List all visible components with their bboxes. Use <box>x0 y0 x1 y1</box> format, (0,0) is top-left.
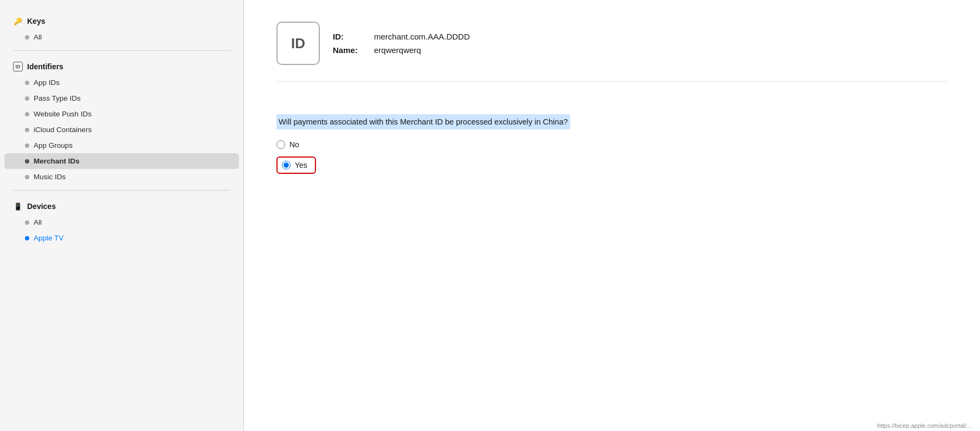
sidebar-section-keys-label: Keys <box>27 17 45 25</box>
id-value: merchant.com.AAA.DDDD <box>374 32 470 41</box>
name-value: erqwerqwerq <box>374 45 421 55</box>
sidebar-item-icloud-containers-label: iCloud Containers <box>34 126 92 134</box>
sidebar-item-icloud-containers[interactable]: iCloud Containers <box>0 122 243 138</box>
detail-header: ID ID: merchant.com.AAA.DDDD Name: erqwe… <box>276 22 947 82</box>
id-row: ID: merchant.com.AAA.DDDD <box>333 32 470 41</box>
sidebar-item-music-ids[interactable]: Music IDs <box>0 169 243 185</box>
sidebar-item-app-groups[interactable]: App Groups <box>0 138 243 153</box>
dot-icon <box>25 112 29 116</box>
sidebar-item-website-push-ids[interactable]: Website Push IDs <box>0 106 243 122</box>
sidebar-item-website-push-ids-label: Website Push IDs <box>34 110 92 118</box>
id-section-icon: ID <box>13 62 23 71</box>
radio-yes-option[interactable]: Yes <box>276 156 947 174</box>
name-row: Name: erqwerqwerq <box>333 45 470 55</box>
sidebar-section-devices-label: Devices <box>27 202 56 211</box>
radio-no-label: No <box>289 140 299 149</box>
radio-no-option[interactable]: No <box>276 140 947 149</box>
id-label: ID: <box>333 32 365 41</box>
device-icon: 📱 <box>13 201 23 211</box>
key-icon: 🔑 <box>13 16 23 26</box>
sidebar-section-keys: 🔑 Keys <box>0 11 243 29</box>
sidebar: 🔑 Keys All ID Identifiers App IDs Pass T… <box>0 0 244 431</box>
main-content: ID ID: merchant.com.AAA.DDDD Name: erqwe… <box>244 0 980 431</box>
sidebar-item-merchant-ids[interactable]: Merchant IDs <box>4 153 239 169</box>
radio-yes-input[interactable] <box>282 161 291 169</box>
sidebar-item-pass-type-ids-label: Pass Type IDs <box>34 94 81 102</box>
question-text: Will payments associated with this Merch… <box>276 114 570 129</box>
sidebar-item-devices-all[interactable]: All <box>0 214 243 230</box>
sidebar-section-identifiers: ID Identifiers <box>0 56 243 75</box>
radio-group: No Yes <box>276 140 947 174</box>
sidebar-item-devices-all-label: All <box>34 218 42 226</box>
sidebar-item-pass-type-ids[interactable]: Pass Type IDs <box>0 90 243 106</box>
sidebar-item-apple-tv[interactable]: Apple TV <box>0 230 243 246</box>
sidebar-item-app-ids-label: App IDs <box>34 79 60 87</box>
divider-1 <box>13 50 230 51</box>
sidebar-item-music-ids-label: Music IDs <box>34 173 66 181</box>
radio-no-input[interactable] <box>276 140 285 149</box>
dot-icon <box>25 220 29 225</box>
yes-option-box: Yes <box>276 156 316 174</box>
sidebar-item-keys-all[interactable]: All <box>0 29 243 45</box>
merchant-id-icon: ID <box>276 22 320 65</box>
name-label: Name: <box>333 45 365 55</box>
sidebar-item-merchant-ids-label: Merchant IDs <box>34 157 80 165</box>
dot-icon <box>25 128 29 132</box>
id-icon-text: ID <box>291 35 305 52</box>
dot-icon <box>25 236 29 240</box>
sidebar-item-keys-all-label: All <box>34 33 42 41</box>
sidebar-section-identifiers-label: Identifiers <box>27 62 63 71</box>
divider-2 <box>13 190 230 191</box>
dot-icon <box>25 96 29 101</box>
dot-icon <box>25 35 29 40</box>
sidebar-section-devices: 📱 Devices <box>0 196 243 214</box>
dot-icon <box>25 143 29 148</box>
dot-icon <box>25 175 29 179</box>
radio-yes-label: Yes <box>295 161 307 169</box>
question-section: Will payments associated with this Merch… <box>276 103 947 185</box>
status-bar: https://bicep.apple.com/adcportal/... <box>868 420 980 431</box>
sidebar-item-apple-tv-label: Apple TV <box>34 234 63 242</box>
sidebar-item-app-groups-label: App Groups <box>34 141 73 149</box>
dot-icon <box>25 81 29 85</box>
dot-icon <box>25 159 29 164</box>
status-url: https://bicep.apple.com/adcportal/... <box>877 422 971 429</box>
sidebar-item-app-ids[interactable]: App IDs <box>0 75 243 90</box>
detail-fields: ID: merchant.com.AAA.DDDD Name: erqwerqw… <box>333 32 470 55</box>
